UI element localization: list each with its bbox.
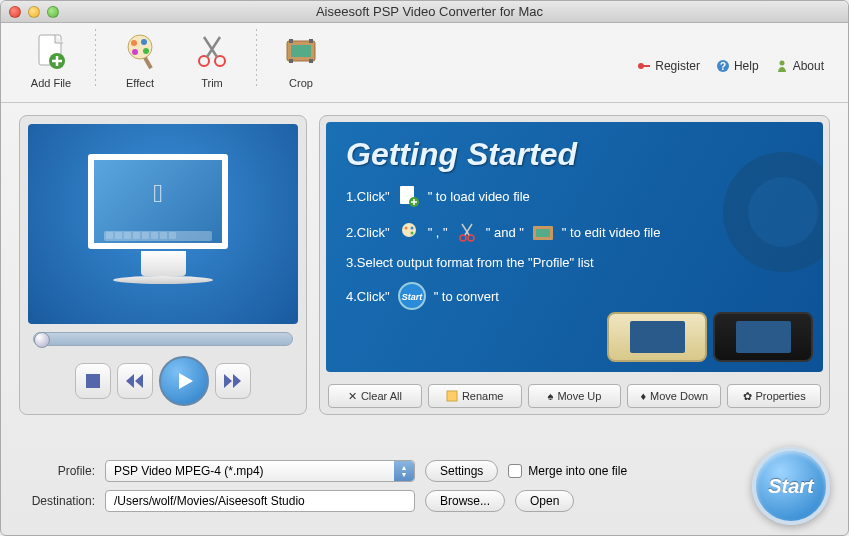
properties-button[interactable]: ✿ Properties (727, 384, 821, 408)
svg-point-5 (143, 48, 149, 54)
svg-point-4 (141, 39, 147, 45)
svg-point-2 (128, 35, 152, 59)
svg-point-25 (404, 227, 407, 230)
step-4: 4.Click" Start " to convert (346, 280, 803, 312)
start-mini-icon: Start (396, 280, 428, 312)
effect-mini-icon (396, 219, 422, 245)
svg-point-24 (402, 223, 416, 237)
getting-started-title: Getting Started (346, 136, 803, 173)
forward-button[interactable] (215, 363, 251, 399)
progress-slider[interactable] (33, 332, 293, 346)
merge-checkbox[interactable]: Merge into one file (508, 464, 627, 478)
gear-icon: ✿ (743, 390, 752, 403)
rename-button[interactable]: Rename (428, 384, 522, 408)
profile-label: Profile: (19, 464, 95, 478)
svg-point-6 (132, 49, 138, 55)
action-buttons-row: ✕ Clear All Rename ♠ Move Up ♦ Move Down… (320, 378, 829, 414)
trim-icon (190, 29, 234, 73)
imac-graphic (88, 154, 238, 294)
app-window: Aiseesoft PSP Video Converter for Mac Ad… (0, 0, 849, 536)
svg-text:Start: Start (401, 292, 423, 302)
rewind-button[interactable] (117, 363, 153, 399)
svg-rect-34 (447, 391, 457, 401)
psp-graphic (607, 312, 813, 362)
svg-point-29 (468, 235, 474, 241)
svg-point-26 (410, 227, 413, 230)
getting-started-area: Getting Started 1.Click" " to load video… (326, 122, 823, 372)
help-icon: ? (716, 59, 730, 73)
open-button[interactable]: Open (515, 490, 574, 512)
register-icon (637, 59, 651, 73)
titlebar: Aiseesoft PSP Video Converter for Mac (1, 1, 848, 23)
svg-rect-31 (536, 229, 550, 237)
svg-rect-17 (643, 65, 650, 67)
bottom-controls: Profile: PSP Video MPEG-4 (*.mp4) ▲▼ Set… (1, 433, 848, 535)
svg-point-3 (131, 40, 137, 46)
about-link[interactable]: About (775, 59, 824, 73)
trim-button[interactable]: Trim (176, 29, 248, 89)
main-area: Getting Started 1.Click" " to load video… (1, 103, 848, 433)
toolbar: Add File Effect Trim Crop (1, 23, 848, 103)
effect-button[interactable]: Effect (104, 29, 176, 89)
register-link[interactable]: Register (637, 59, 700, 73)
svg-rect-21 (86, 374, 100, 388)
checkbox-icon (508, 464, 522, 478)
destination-label: Destination: (19, 494, 95, 508)
clear-icon: ✕ (348, 390, 357, 403)
svg-text:?: ? (720, 61, 726, 72)
step-3: 3.Select output format from the "Profile… (346, 255, 803, 270)
rename-icon (446, 390, 458, 402)
svg-point-20 (779, 61, 784, 66)
content-panel: Getting Started 1.Click" " to load video… (319, 115, 830, 415)
svg-rect-7 (143, 57, 152, 69)
player-controls (75, 356, 251, 406)
add-file-mini-icon (396, 183, 422, 209)
toolbar-separator (95, 29, 96, 89)
add-file-icon (29, 29, 73, 73)
add-file-button[interactable]: Add File (15, 29, 87, 89)
move-down-button[interactable]: ♦ Move Down (627, 384, 721, 408)
crop-mini-icon (530, 219, 556, 245)
play-button[interactable] (159, 356, 209, 406)
preview-screen (28, 124, 298, 324)
svg-rect-15 (309, 59, 313, 63)
svg-point-28 (460, 235, 466, 241)
svg-rect-14 (289, 59, 293, 63)
start-button[interactable]: Start (752, 447, 830, 525)
profile-combobox[interactable]: PSP Video MPEG-4 (*.mp4) ▲▼ (105, 460, 415, 482)
effect-icon (118, 29, 162, 73)
settings-button[interactable]: Settings (425, 460, 498, 482)
preview-panel (19, 115, 307, 415)
svg-rect-11 (291, 45, 311, 57)
move-up-button[interactable]: ♠ Move Up (528, 384, 622, 408)
window-title: Aiseesoft PSP Video Converter for Mac (19, 4, 840, 19)
help-link[interactable]: ? Help (716, 59, 759, 73)
svg-rect-12 (289, 39, 293, 43)
toolbar-separator (256, 29, 257, 89)
crop-icon (279, 29, 323, 73)
svg-rect-13 (309, 39, 313, 43)
svg-point-8 (199, 56, 209, 66)
browse-button[interactable]: Browse... (425, 490, 505, 512)
destination-field[interactable]: /Users/wolf/Movies/Aiseesoft Studio (105, 490, 415, 512)
combo-arrows-icon: ▲▼ (394, 461, 414, 481)
down-arrow-icon: ♦ (640, 390, 646, 402)
crop-button[interactable]: Crop (265, 29, 337, 89)
up-arrow-icon: ♠ (548, 390, 554, 402)
clear-all-button[interactable]: ✕ Clear All (328, 384, 422, 408)
stop-button[interactable] (75, 363, 111, 399)
svg-point-9 (215, 56, 225, 66)
svg-point-27 (410, 232, 413, 235)
about-icon (775, 59, 789, 73)
trim-mini-icon (454, 219, 480, 245)
slider-thumb[interactable] (34, 332, 50, 348)
